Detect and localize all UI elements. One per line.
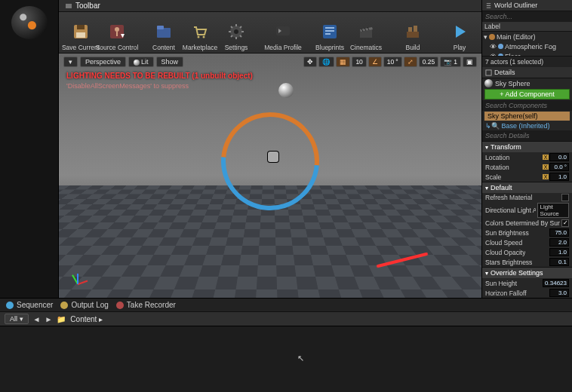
- marketplace-button[interactable]: Marketplace: [183, 14, 217, 53]
- eye-icon[interactable]: 👁: [490, 43, 497, 50]
- record-icon: [116, 302, 124, 309]
- svg-rect-1: [77, 25, 85, 29]
- component-root[interactable]: Sky Sphere(self): [484, 112, 570, 121]
- play-button[interactable]: Play: [442, 14, 477, 53]
- grid-snap-toggle[interactable]: ▦: [336, 57, 350, 67]
- camera-icon: 📷: [444, 58, 452, 66]
- add-component-button[interactable]: + Add Component: [484, 89, 570, 100]
- horizon-falloff-input[interactable]: 3.0: [549, 289, 569, 297]
- rotation-x-input[interactable]: 0.0 °: [549, 163, 569, 171]
- details-header[interactable]: Details: [482, 67, 572, 78]
- component-base[interactable]: ↳🔍 Base (Inherited): [482, 121, 572, 130]
- directional-light-dropdown[interactable]: Light Source: [537, 203, 569, 218]
- transform-mode-button[interactable]: ✥: [303, 57, 317, 67]
- floppy-icon: [70, 21, 91, 42]
- media-icon: [272, 21, 294, 42]
- svg-point-11: [234, 29, 238, 34]
- folder-icon: 📁: [57, 315, 66, 323]
- angle-icon: ∠: [372, 58, 378, 66]
- blueprints-button[interactable]: Blueprints: [312, 14, 347, 53]
- tab-output-log[interactable]: Output Log: [60, 301, 108, 309]
- outliner-item-atmosphericfog[interactable]: 👁Atmospheric Fog: [482, 41, 572, 51]
- app-logo: [11, 6, 48, 39]
- lit-button[interactable]: Lit: [128, 57, 154, 67]
- cloud-speed-input[interactable]: 2.0: [549, 238, 569, 247]
- build-button[interactable]: Build: [395, 14, 430, 53]
- location-x-input[interactable]: 0.0: [549, 153, 569, 161]
- camera-speed-button[interactable]: 📷 1: [440, 57, 461, 67]
- svg-point-8: [198, 36, 200, 38]
- nav-back-icon[interactable]: ◄: [33, 315, 41, 323]
- outliner-column-label[interactable]: Label: [482, 22, 503, 31]
- prop-scale: ScaleX1.0: [482, 172, 572, 182]
- prop-horizon-falloff: Horizon Falloff3.0: [482, 288, 572, 298]
- prop-stars-brightness: Stars Brightness0.1: [482, 257, 572, 267]
- scale-snap-value[interactable]: 0.25: [419, 57, 439, 67]
- coord-space-button[interactable]: 🌐: [318, 57, 334, 67]
- actor-icon: [498, 44, 503, 49]
- save-current-button[interactable]: Save Current: [63, 14, 98, 53]
- gizmo-center-icon: [268, 152, 278, 162]
- details-actor-name: Sky Sphere: [482, 78, 572, 88]
- details-search-input[interactable]: [482, 130, 572, 141]
- viewport[interactable]: ▾ Perspective Lit Show LIGHTING NEEDS TO…: [59, 54, 481, 298]
- sequencer-icon: [6, 302, 14, 309]
- breadcrumb[interactable]: Content ▸: [70, 315, 103, 323]
- components-search-input[interactable]: [482, 100, 572, 111]
- maximize-icon: ▣: [466, 58, 473, 66]
- viewport-menu-button[interactable]: ▾: [63, 57, 78, 67]
- section-override[interactable]: Override Settings: [482, 267, 572, 278]
- globe-icon: 🌐: [322, 58, 331, 66]
- prop-rotation: RotationX0.0 °: [482, 162, 572, 172]
- maximize-viewport-button[interactable]: ▣: [463, 57, 477, 67]
- svg-rect-13: [323, 25, 337, 38]
- filter-all-button[interactable]: All ▾: [5, 314, 29, 324]
- outliner-root[interactable]: ▾Main (Editor): [482, 32, 572, 41]
- svg-rect-19: [486, 69, 491, 75]
- section-default[interactable]: Default: [482, 182, 572, 193]
- show-button[interactable]: Show: [156, 57, 184, 67]
- svg-rect-17: [414, 26, 417, 32]
- cloud-opacity-input[interactable]: 1.0: [549, 248, 569, 256]
- prop-colors-by-sun: Colors Determined By Sun: [482, 219, 572, 228]
- list-icon: [485, 2, 492, 9]
- world-outliner-header[interactable]: World Outliner: [482, 0, 572, 11]
- svg-rect-16: [408, 27, 412, 32]
- content-browser-area[interactable]: ↖: [0, 326, 572, 392]
- refresh-material-checkbox[interactable]: [561, 194, 569, 201]
- viewport-snap-toolbar: ✥ 🌐 ▦ 10 ∠ 10° ⤢ 0.25 📷 1 ▣: [303, 57, 477, 67]
- content-button[interactable]: Content: [146, 14, 181, 53]
- colors-by-sun-checkbox[interactable]: [561, 219, 569, 227]
- angle-snap-toggle[interactable]: ∠: [368, 57, 382, 67]
- lighting-subtext: 'DisableAllScreenMessages' to suppress: [66, 82, 189, 90]
- sun-height-input[interactable]: 0.34623: [543, 279, 569, 287]
- media-profile-button[interactable]: Media Profile: [266, 14, 300, 53]
- prop-cloud-opacity: Cloud Opacity1.0: [482, 247, 572, 257]
- source-control-button[interactable]: ▾ Source Control: [100, 14, 134, 53]
- prop-location: LocationX0.0: [482, 152, 572, 162]
- cinematics-button[interactable]: Cinematics: [349, 14, 383, 53]
- main-toolbar: Save Current ▾ Source Control Content Ma…: [59, 12, 481, 54]
- tab-sequencer[interactable]: Sequencer: [6, 301, 53, 309]
- toolbar-icon: [65, 2, 72, 10]
- outliner-search-input[interactable]: [482, 11, 572, 22]
- settings-button[interactable]: Settings: [219, 14, 254, 53]
- svg-text:▾: ▾: [121, 31, 125, 39]
- rotation-gizmo[interactable]: [221, 112, 319, 210]
- bottom-tabs: Sequencer Output Log Take Recorder: [0, 298, 572, 311]
- nav-fwd-icon[interactable]: ►: [45, 315, 52, 323]
- angle-snap-value[interactable]: 10°: [383, 57, 402, 67]
- tab-take-recorder[interactable]: Take Recorder: [116, 301, 176, 309]
- toolbar-header: Toolbar: [59, 0, 481, 12]
- world-outliner-tree[interactable]: ▾Main (Editor) 👁Atmospheric Fog 👁Floor 👁…: [482, 32, 572, 56]
- sun-brightness-input[interactable]: 75.0: [549, 228, 569, 237]
- grid-snap-value[interactable]: 10: [352, 57, 366, 67]
- lighting-warning: LIGHTING NEEDS TO BE REBUILT (1 unbuilt …: [66, 72, 253, 80]
- prop-sun-brightness: Sun Brightness75.0: [482, 228, 572, 237]
- scale-snap-toggle[interactable]: ⤢: [404, 57, 417, 67]
- svg-rect-15: [407, 32, 419, 38]
- scale-x-input[interactable]: 1.0: [549, 173, 569, 181]
- perspective-button[interactable]: Perspective: [80, 57, 126, 67]
- stars-brightness-input[interactable]: 0.1: [549, 258, 569, 266]
- section-transform[interactable]: Transform: [482, 141, 572, 152]
